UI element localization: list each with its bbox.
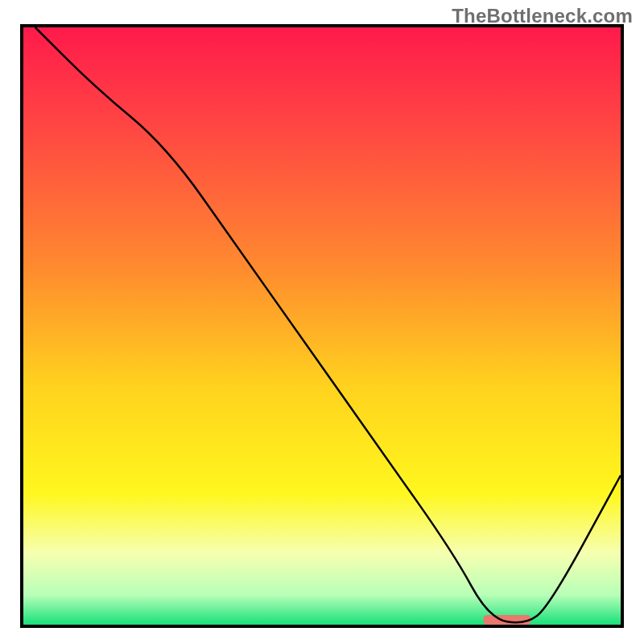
optimal-range-marker [483,615,530,625]
chart-frame [20,24,624,628]
watermark-text: TheBottleneck.com [452,5,633,27]
chart-canvas [23,27,621,625]
chart-root: TheBottleneck.com [0,0,644,644]
gradient-background [23,27,621,625]
